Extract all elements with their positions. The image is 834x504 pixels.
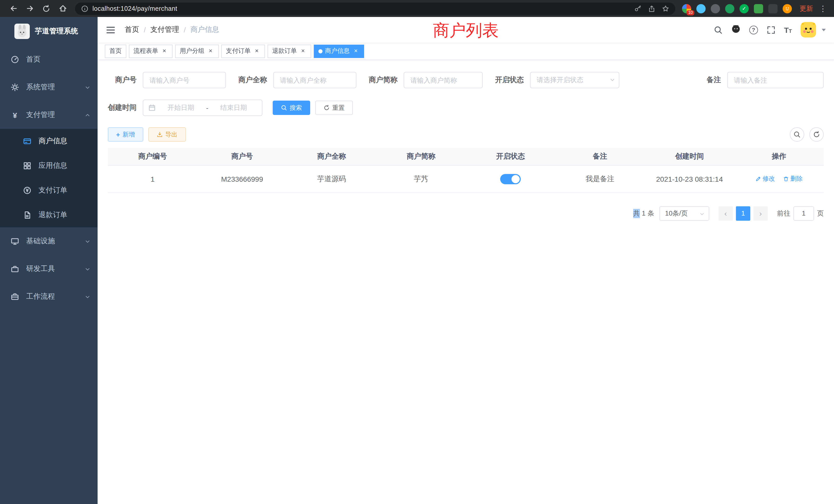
cell-remark: 我是备注 xyxy=(555,165,645,192)
grid-icon xyxy=(23,162,32,170)
site-info-icon[interactable] xyxy=(81,5,88,12)
chevron-down-icon xyxy=(699,211,705,216)
sidebar-item-workflow[interactable]: 工作流程 xyxy=(0,283,97,311)
bookmark-star-icon[interactable] xyxy=(662,5,669,12)
close-icon[interactable]: × xyxy=(300,47,307,55)
close-icon[interactable]: × xyxy=(161,47,168,55)
extension-sheets-icon[interactable] xyxy=(754,4,763,13)
chevron-down-icon xyxy=(85,294,90,299)
fullscreen-icon[interactable] xyxy=(766,25,775,34)
sidebar-item-home[interactable]: 首页 xyxy=(0,46,97,73)
url-text: localhost:1024/pay/merchant xyxy=(92,5,177,12)
extension-droplet-icon[interactable] xyxy=(696,4,706,13)
extension-badge: 10 xyxy=(687,10,694,15)
close-icon[interactable]: × xyxy=(253,47,260,55)
yen-icon: ¥ xyxy=(10,111,20,119)
browser-reload-button[interactable] xyxy=(40,2,53,15)
sidebar-item-label: 支付订单 xyxy=(39,186,67,195)
tab-process-form[interactable]: 流程表单 × xyxy=(129,44,173,58)
page-1-button[interactable]: 1 xyxy=(736,206,750,221)
goto-page-input[interactable] xyxy=(793,206,814,221)
status-toggle[interactable] xyxy=(500,174,521,184)
merchant-no-input[interactable] xyxy=(143,72,226,88)
browser-menu-icon[interactable]: ⋮ xyxy=(819,4,827,13)
pagination-total: 共 1 条 xyxy=(633,209,654,218)
tab-merchant-info[interactable]: 商户信息 × xyxy=(314,44,364,58)
search-button[interactable]: 搜索 xyxy=(273,100,310,115)
extensions-area: 10 ✓ xyxy=(679,4,794,13)
extension-check-icon[interactable]: ✓ xyxy=(740,4,749,13)
pay-order-icon xyxy=(23,186,32,194)
tab-home[interactable]: 首页 xyxy=(105,44,126,58)
toolbox-icon xyxy=(10,265,20,273)
col-merchant-id: 商户编号 xyxy=(108,148,197,165)
app-logo[interactable]: 芋道管理系统 xyxy=(0,17,97,46)
create-time-range-picker[interactable]: 开始日期 - 结束日期 xyxy=(143,99,262,116)
extension-green-icon[interactable] xyxy=(725,4,734,13)
browser-update-button[interactable]: 更新 xyxy=(799,4,813,13)
remark-input[interactable] xyxy=(727,72,824,88)
caret-down-icon[interactable] xyxy=(822,28,826,31)
extension-colorful-icon[interactable]: 10 xyxy=(682,4,691,13)
extension-gray-icon[interactable] xyxy=(711,4,720,13)
start-date-placeholder: 开始日期 xyxy=(158,103,204,112)
font-size-icon[interactable]: TT xyxy=(784,25,792,34)
browser-back-button[interactable] xyxy=(7,2,20,15)
extension-pin-icon[interactable] xyxy=(768,4,777,13)
sidebar-item-devtools[interactable]: 研发工具 xyxy=(0,255,97,283)
sidebar-item-pay-order[interactable]: 支付订单 xyxy=(0,178,97,203)
chevron-down-icon xyxy=(85,85,90,90)
calendar-icon xyxy=(148,104,156,111)
create-time-label: 创建时间 xyxy=(108,103,143,112)
tab-pay-order[interactable]: 支付订单 × xyxy=(221,44,265,58)
breadcrumb-home[interactable]: 首页 xyxy=(125,25,139,35)
search-icon[interactable] xyxy=(714,25,722,34)
sidebar-item-payment[interactable]: ¥ 支付管理 xyxy=(0,101,97,129)
edit-link[interactable]: 修改 xyxy=(755,175,775,183)
reset-button[interactable]: 重置 xyxy=(315,100,353,115)
sidebar-item-merchant-info[interactable]: 商户信息 xyxy=(0,129,97,154)
cell-merchant-id: 1 xyxy=(108,165,197,192)
add-button[interactable]: + 新增 xyxy=(108,127,143,142)
sidebar-item-refund-order[interactable]: 退款订单 xyxy=(0,203,97,227)
help-icon[interactable]: ? xyxy=(749,25,758,34)
tab-user-group[interactable]: 用户分组 × xyxy=(175,44,219,58)
export-button[interactable]: 导出 xyxy=(148,127,185,142)
sidebar-item-infra[interactable]: 基础设施 xyxy=(0,227,97,255)
extension-emoji-icon[interactable] xyxy=(783,4,792,13)
credit-card-icon xyxy=(23,137,32,145)
prev-page-button[interactable]: ‹ xyxy=(719,206,733,221)
address-bar[interactable]: localhost:1024/pay/merchant xyxy=(75,2,675,15)
password-key-icon[interactable] xyxy=(634,5,641,12)
logo-rabbit-icon xyxy=(14,24,30,39)
sidebar-item-label: 支付管理 xyxy=(26,110,55,120)
next-page-button[interactable]: › xyxy=(753,206,768,221)
status-select[interactable]: 请选择开启状态 xyxy=(530,72,619,88)
user-avatar[interactable] xyxy=(800,22,816,38)
sidebar-item-system[interactable]: 系统管理 xyxy=(0,73,97,101)
chevron-down-icon xyxy=(85,266,90,272)
sidebar-item-label: 系统管理 xyxy=(26,83,55,92)
active-tab-dot xyxy=(319,49,323,53)
close-icon[interactable]: × xyxy=(207,47,214,55)
full-name-input[interactable] xyxy=(273,72,356,88)
tags-view-bar: 首页 流程表单 × 用户分组 × 支付订单 × 退款订单 × xyxy=(97,43,834,60)
short-name-label: 商户简称 xyxy=(369,75,404,85)
short-name-input[interactable] xyxy=(404,72,483,88)
refresh-button[interactable] xyxy=(809,127,824,142)
close-icon[interactable]: × xyxy=(352,47,359,55)
browser-forward-button[interactable] xyxy=(23,2,37,15)
hamburger-icon[interactable] xyxy=(106,25,115,35)
sidebar-menu: 首页 系统管理 ¥ 支付管理 xyxy=(0,46,97,311)
browser-home-button[interactable] xyxy=(56,2,69,15)
cell-status xyxy=(466,165,555,192)
search-toggle-button[interactable] xyxy=(790,127,804,142)
share-icon[interactable] xyxy=(648,5,655,12)
delete-link[interactable]: 删除 xyxy=(783,175,803,183)
col-create-time: 创建时间 xyxy=(645,148,734,165)
tab-refund-order[interactable]: 退款订单 × xyxy=(267,44,311,58)
sidebar-item-app-info[interactable]: 应用信息 xyxy=(0,154,97,178)
breadcrumb-payment[interactable]: 支付管理 xyxy=(151,25,179,35)
github-icon[interactable] xyxy=(731,24,740,36)
page-size-select[interactable]: 10条/页 xyxy=(659,206,709,221)
